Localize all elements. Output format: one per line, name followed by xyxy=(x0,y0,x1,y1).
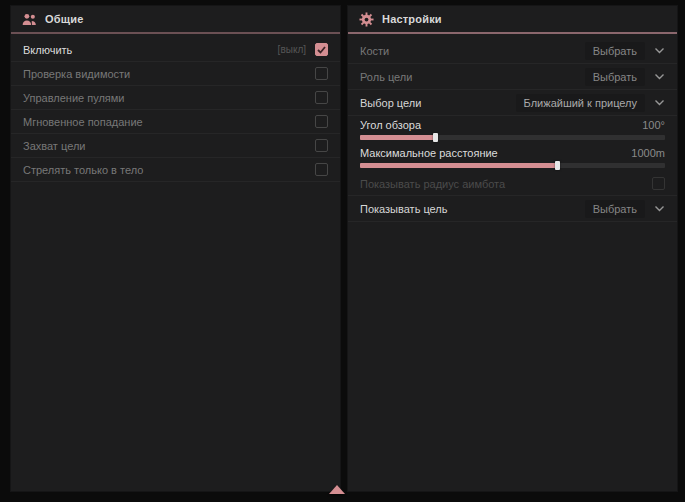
chevron-down-icon xyxy=(654,47,665,54)
slider-value: 1000m xyxy=(631,147,665,159)
users-icon xyxy=(22,13,37,26)
row-label: Роль цели xyxy=(360,71,585,83)
dropdown[interactable]: Выбрать xyxy=(585,200,665,218)
row-checkbox: Управление пулями xyxy=(11,86,340,110)
row-slider: Угол обзора100° xyxy=(348,116,677,144)
slider-value: 100° xyxy=(642,119,665,131)
row-label: Стрелять только в тело xyxy=(23,164,315,176)
chevron-down-icon xyxy=(654,205,665,212)
row-select: Роль целиВыбрать xyxy=(348,64,677,90)
row-label: Показывать цель xyxy=(360,203,585,215)
row-label: Включить xyxy=(23,44,278,56)
rows-container: Включить[выкл]Проверка видимостиУправлен… xyxy=(11,34,340,182)
cursor-up-triangle-icon xyxy=(329,485,345,494)
row-select: Выбор целиБлижайший к прицелу xyxy=(348,90,677,116)
row-label: Показывать радиус аимбота xyxy=(360,178,652,190)
panel-title: Настройки xyxy=(382,13,442,25)
row-label: Кости xyxy=(360,45,585,57)
row-slider: Максимальное расстояние1000m xyxy=(348,144,677,172)
chevron-down-icon xyxy=(654,99,665,106)
slider-thumb[interactable] xyxy=(433,133,438,142)
slider-fill xyxy=(360,135,436,140)
dropdown-value: Выбрать xyxy=(585,68,645,86)
checkbox[interactable] xyxy=(652,177,665,190)
dropdown[interactable]: Выбрать xyxy=(585,42,665,60)
row-checkbox: Захват цели xyxy=(11,134,340,158)
row-checkbox: Проверка видимости xyxy=(11,62,340,86)
row-label: Максимальное расстояние xyxy=(360,147,631,159)
check-icon xyxy=(317,46,326,54)
dropdown-value: Выбрать xyxy=(585,200,645,218)
row-checkbox: Мгновенное попадание xyxy=(11,110,340,134)
row-label: Выбор цели xyxy=(360,97,516,109)
checkbox[interactable] xyxy=(315,91,328,104)
row-select: КостиВыбрать xyxy=(348,38,677,64)
checkbox[interactable] xyxy=(315,115,328,128)
row-label: Проверка видимости xyxy=(23,68,315,80)
slider-fill xyxy=(360,163,558,168)
row-label: Захват цели xyxy=(23,140,315,152)
dropdown-value: Ближайший к прицелу xyxy=(516,94,645,112)
dropdown[interactable]: Ближайший к прицелу xyxy=(516,94,665,112)
panel-title: Общие xyxy=(45,13,84,25)
slider-thumb[interactable] xyxy=(555,161,560,170)
chevron-down-icon xyxy=(654,73,665,80)
rows-container: КостиВыбратьРоль целиВыбратьВыбор целиБл… xyxy=(348,34,677,222)
slider[interactable] xyxy=(360,163,665,168)
row-checkbox: Стрелять только в тело xyxy=(11,158,340,182)
row-checkbox: Показывать радиус аимбота xyxy=(348,172,677,196)
row-checkbox: Включить[выкл] xyxy=(11,38,340,62)
row-select: Показывать цельВыбрать xyxy=(348,196,677,222)
dropdown-value: Выбрать xyxy=(585,42,645,60)
gear-icon xyxy=(359,12,374,27)
row-label: Угол обзора xyxy=(360,119,642,131)
panel-settings: Настройки КостиВыбратьРоль целиВыбратьВы… xyxy=(347,5,678,492)
panel-general-header[interactable]: Общие xyxy=(11,6,340,32)
dropdown[interactable]: Выбрать xyxy=(585,68,665,86)
checkbox[interactable] xyxy=(315,139,328,152)
checkbox[interactable] xyxy=(315,43,328,56)
checkbox[interactable] xyxy=(315,67,328,80)
state-hint: [выкл] xyxy=(278,44,306,55)
row-label: Мгновенное попадание xyxy=(23,116,315,128)
panel-general: Общие Включить[выкл]Проверка видимостиУп… xyxy=(10,5,341,492)
checkbox[interactable] xyxy=(315,163,328,176)
slider[interactable] xyxy=(360,135,665,140)
row-label: Управление пулями xyxy=(23,92,315,104)
panel-settings-header[interactable]: Настройки xyxy=(348,6,677,32)
